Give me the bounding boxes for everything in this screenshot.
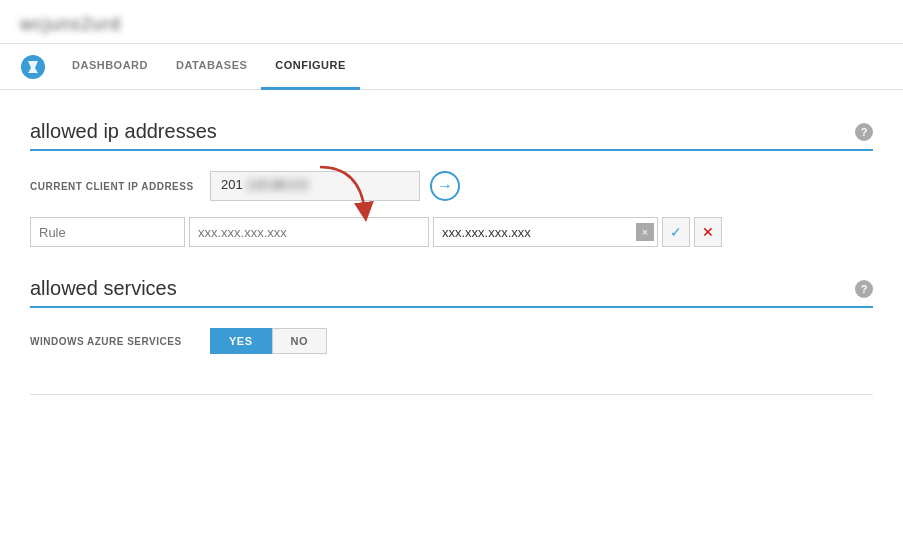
current-ip-display: 201 116.88.0.8 <box>210 171 420 201</box>
checkmark-icon: ✓ <box>670 224 682 240</box>
rule-start-ip-input[interactable] <box>189 217 429 247</box>
rule-end-wrapper: × <box>433 217 658 247</box>
logo: wcjuns2urd <box>20 14 883 35</box>
azure-services-row: WINDOWS AZURE SERVICES YES NO <box>30 328 873 354</box>
nav-item-configure[interactable]: CONFIGURE <box>261 44 360 90</box>
nav-item-dashboard[interactable]: DASHBOARD <box>58 44 162 90</box>
azure-icon <box>20 54 46 80</box>
ip-blurred-part: 116.88.0.8 <box>246 177 307 192</box>
nav-item-databases[interactable]: DATABASES <box>162 44 261 90</box>
azure-services-label: WINDOWS AZURE SERVICES <box>30 336 210 347</box>
main-content: allowed ip addresses ? CURRENT CLIENT IP… <box>0 90 903 425</box>
yes-no-toggle: YES NO <box>210 328 327 354</box>
add-ip-button[interactable]: → <box>430 171 460 201</box>
no-button[interactable]: NO <box>272 328 328 354</box>
allowed-services-help-icon[interactable]: ? <box>855 280 873 298</box>
current-ip-label: CURRENT CLIENT IP ADDRESS <box>30 181 210 192</box>
confirm-rule-button[interactable]: ✓ <box>662 217 690 247</box>
cancel-icon: ✕ <box>702 224 714 240</box>
rule-end-ip-input[interactable] <box>433 217 658 247</box>
ip-prefix: 201 <box>221 177 243 192</box>
allowed-services-section: allowed services ? WINDOWS AZURE SERVICE… <box>30 277 873 354</box>
rule-name-input[interactable] <box>30 217 185 247</box>
top-bar: wcjuns2urd <box>0 0 903 44</box>
cancel-rule-button[interactable]: ✕ <box>694 217 722 247</box>
allowed-ip-header: allowed ip addresses ? <box>30 120 873 151</box>
current-ip-row: CURRENT CLIENT IP ADDRESS 201 116.88.0.8… <box>30 171 873 201</box>
yes-button[interactable]: YES <box>210 328 272 354</box>
arrow-right-icon: → <box>437 177 453 195</box>
bottom-divider <box>30 394 873 395</box>
clear-icon: × <box>642 226 648 238</box>
allowed-services-header: allowed services ? <box>30 277 873 308</box>
rule-row: × ✓ ✕ <box>30 217 873 247</box>
clear-end-ip-button[interactable]: × <box>636 223 654 241</box>
allowed-ip-title: allowed ip addresses <box>30 120 217 143</box>
nav-bar: DASHBOARD DATABASES CONFIGURE <box>0 44 903 90</box>
allowed-ip-help-icon[interactable]: ? <box>855 123 873 141</box>
allowed-ip-section: allowed ip addresses ? CURRENT CLIENT IP… <box>30 120 873 247</box>
allowed-services-title: allowed services <box>30 277 177 300</box>
